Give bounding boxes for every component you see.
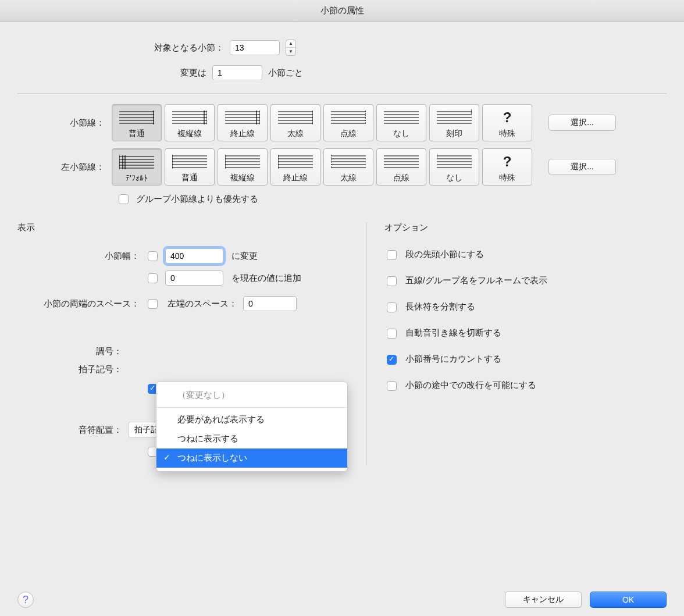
staff-icon <box>278 153 313 170</box>
tile-label: 終止線 <box>283 173 308 183</box>
left-barline-tile-4[interactable]: 太線 <box>323 148 373 186</box>
options-list: 段の先頭小節にする五線/グループ名をフルネームで表示長休符を分割する自動音引き線… <box>384 248 667 393</box>
ok-button[interactable]: OK <box>590 592 667 608</box>
right-barline-tile-6[interactable]: 刻印 <box>429 104 479 141</box>
staff-icon <box>225 153 260 170</box>
option-label-2: 長休符を分割する <box>405 301 475 314</box>
option-checkbox-3[interactable] <box>387 329 397 339</box>
tile-label: なし <box>393 129 409 139</box>
dialog-footer: ? キャンセル OK <box>17 592 667 608</box>
option-label-4: 小節番号にカウントする <box>405 353 501 366</box>
measure-add-input[interactable] <box>165 270 223 286</box>
left-barline-select-button[interactable]: 選択... <box>548 159 616 175</box>
cancel-button[interactable]: キャンセル <box>505 592 582 608</box>
left-space-input[interactable] <box>243 296 297 311</box>
tile-label: 複縦線 <box>230 173 255 183</box>
right-barline-tile-2[interactable]: 終止線 <box>218 104 268 141</box>
barline-section: 小節線： 普通複縦線終止線太線点線なし刻印?特殊 選択... 左小節線： ﾃ'ﾌ… <box>17 104 667 206</box>
menu-item-label: つねに表示しない <box>177 453 247 462</box>
right-barline-tile-3[interactable]: 太線 <box>270 104 320 141</box>
staff-icon <box>119 109 154 126</box>
staff-icon <box>384 153 419 170</box>
measure-width-input[interactable] <box>165 248 223 264</box>
measure-width-suffix: に変更 <box>231 251 258 262</box>
measure-width-label: 小節幅： <box>17 251 140 262</box>
top-inputs: 対象となる小節： ▲ ▼ 変更は 小節ごと <box>122 40 667 80</box>
right-barline-tile-4[interactable]: 点線 <box>323 104 373 141</box>
left-barline-tile-2[interactable]: 複縦線 <box>218 148 268 186</box>
staff-icon <box>384 109 419 126</box>
dialog-title: 小節の属性 <box>0 0 684 22</box>
tile-label: 太線 <box>340 173 357 183</box>
menu-item-2[interactable]: ✓つねに表示しない <box>156 448 347 468</box>
staff-icon <box>119 154 154 171</box>
staff-icon <box>437 153 472 170</box>
staff-icon <box>437 109 472 126</box>
option-checkbox-5[interactable] <box>387 381 397 391</box>
tile-label: 点線 <box>393 173 409 183</box>
menu-header: （変更なし） <box>156 386 347 405</box>
tile-label: 普通 <box>181 173 198 183</box>
left-barline-tile-1[interactable]: 普通 <box>165 148 215 186</box>
help-button[interactable]: ? <box>17 592 34 608</box>
options-section: オプション 段の先頭小節にする五線/グループ名をフルネームで表示長休符を分割する… <box>366 222 667 465</box>
menu-item-label: 必要があれば表示する <box>177 414 265 424</box>
option-label-3: 自動音引き線を切断する <box>405 327 501 340</box>
time-sig-label: 拍子記号： <box>17 364 122 375</box>
target-measure-stepper[interactable]: ▲ ▼ <box>286 40 296 56</box>
option-checkbox-1[interactable] <box>387 276 397 286</box>
right-barline-tile-7[interactable]: ?特殊 <box>482 104 532 141</box>
dialog-window: 小節の属性 対象となる小節： ▲ ▼ 変更は 小節ごと 小節線： <box>0 0 684 616</box>
check-icon: ✓ <box>163 453 170 462</box>
time-sig-menu[interactable]: （変更なし） 必要があれば表示するつねに表示する✓つねに表示しない <box>156 382 348 472</box>
tile-label: 太線 <box>287 129 304 139</box>
staff-icon <box>172 153 207 170</box>
staff-icon <box>225 109 260 126</box>
staff-icon: ? <box>490 153 525 170</box>
tile-label: 終止線 <box>230 129 255 139</box>
tile-label: 刻印 <box>446 129 462 139</box>
menu-item-0[interactable]: 必要があれば表示する <box>156 410 347 429</box>
tile-label: なし <box>446 173 462 183</box>
option-label-0: 段の先頭小節にする <box>405 248 484 261</box>
left-barline-tile-3[interactable]: 終止線 <box>270 148 320 186</box>
right-barline-tile-0[interactable]: 普通 <box>112 104 162 141</box>
measure-add-checkbox[interactable] <box>148 273 158 283</box>
tile-label: 特殊 <box>499 173 515 183</box>
end-space-label: 小節の両端のスペース： <box>17 298 140 309</box>
staff-icon <box>331 109 366 126</box>
left-barline-label: 左小節線： <box>17 162 105 173</box>
override-group-checkbox[interactable] <box>119 194 129 204</box>
right-barline-tiles: 普通複縦線終止線太線点線なし刻印?特殊 <box>112 104 532 141</box>
menu-item-1[interactable]: つねに表示する <box>156 429 347 448</box>
options-section-title: オプション <box>384 222 667 233</box>
right-barline-tile-5[interactable]: なし <box>376 104 426 141</box>
option-checkbox-2[interactable] <box>387 302 397 312</box>
tile-label: 点線 <box>340 129 357 139</box>
left-barline-tile-0[interactable]: ﾃ'ﾌｫﾙﾄ <box>112 148 162 186</box>
left-space-checkbox[interactable] <box>148 299 158 309</box>
change-every-suffix: 小節ごと <box>268 67 303 79</box>
measure-width-checkbox[interactable] <box>148 251 158 261</box>
option-label-5: 小節の途中での改行を可能にする <box>405 379 536 392</box>
target-measure-input[interactable] <box>230 40 280 55</box>
stepper-down-icon[interactable]: ▼ <box>286 48 295 55</box>
option-row-4: 小節番号にカウントする <box>384 353 667 366</box>
left-barline-tile-5[interactable]: 点線 <box>376 148 426 186</box>
stepper-up-icon[interactable]: ▲ <box>286 40 295 48</box>
option-checkbox-0[interactable] <box>387 250 397 260</box>
key-sig-label: 調号： <box>17 346 122 357</box>
tile-label: 複縦線 <box>177 129 202 139</box>
option-row-0: 段の先頭小節にする <box>384 248 667 262</box>
staff-icon <box>331 153 366 170</box>
left-barline-tile-7[interactable]: ?特殊 <box>482 148 532 186</box>
note-pos-label: 音符配置： <box>17 425 122 436</box>
option-row-1: 五線/グループ名をフルネームで表示 <box>384 275 667 288</box>
display-section-title: 表示 <box>17 222 349 233</box>
left-barline-tile-6[interactable]: なし <box>429 148 479 186</box>
right-barline-select-button[interactable]: 選択... <box>548 115 616 131</box>
right-barline-tile-1[interactable]: 複縦線 <box>165 104 215 141</box>
change-every-input[interactable] <box>212 65 262 80</box>
measure-add-suffix: を現在の値に追加 <box>231 273 301 284</box>
option-checkbox-4[interactable] <box>387 355 397 365</box>
